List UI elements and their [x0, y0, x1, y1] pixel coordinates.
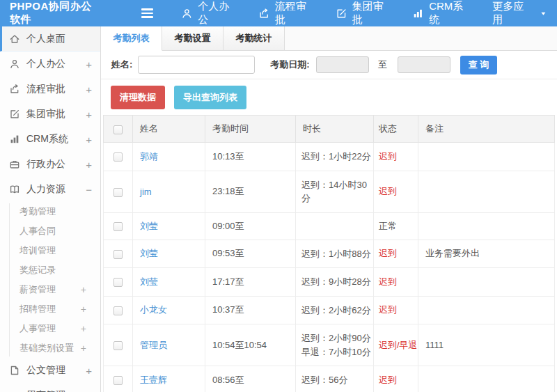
duration: 迟到：1小时88分 — [296, 240, 374, 268]
attendance-time: 23:18至 — [205, 171, 296, 212]
expand-plus-icon[interactable]: + — [86, 134, 92, 146]
sidebar-item-personal-office[interactable]: 个人办公 + — [0, 52, 100, 77]
sidebar-item-document-mgmt[interactable]: 公文管理 + — [0, 358, 100, 383]
note: 业务需要外出 — [418, 240, 555, 268]
attendance-time: 09:00至 — [205, 212, 296, 240]
employee-name-link[interactable]: 刘莹 — [140, 276, 158, 287]
sidebar-item-crm-system[interactable]: CRM系统 + — [0, 127, 100, 152]
sidebar-item-group-approval[interactable]: 集团审批 + — [0, 102, 100, 127]
status-badge: 迟到/早退 — [379, 340, 418, 350]
attendance-time: 10:54至10:54 — [205, 324, 296, 366]
status-badge: 迟到 — [379, 186, 397, 196]
main-content: 考勤列表 考勤设置 考勤统计 姓名: 考勤日期: 至 查 询 清理数据 导出查询… — [101, 26, 557, 392]
employee-name-link[interactable]: 管理员 — [140, 340, 167, 350]
submenu-item-reward-punishment[interactable]: 奖惩记录 — [0, 260, 100, 280]
collapse-minus-icon[interactable]: − — [86, 184, 92, 196]
submenu-item-recruit-mgmt[interactable]: 招聘管理 + — [0, 299, 100, 319]
employee-name-link[interactable]: 郭靖 — [140, 151, 158, 162]
sidebar-item-personal-desktop[interactable]: 个人桌面 — [0, 26, 100, 52]
expand-plus-icon[interactable]: + — [81, 343, 86, 354]
select-all-checkbox[interactable] — [113, 125, 123, 134]
row-checkbox[interactable] — [113, 152, 123, 162]
row-checkbox[interactable] — [113, 250, 123, 259]
search-button[interactable]: 查 询 — [460, 56, 498, 75]
tab-attendance-settings[interactable]: 考勤设置 — [162, 26, 223, 50]
submenu-item-attendance-mgmt[interactable]: 考勤管理 — [0, 202, 100, 221]
chart-icon — [9, 134, 20, 145]
sidebar-item-vehicle-mgmt[interactable]: 用车管理 + — [0, 383, 100, 392]
duration: 迟到：1小时22分 — [296, 143, 374, 171]
col-header-note: 备注 — [418, 116, 555, 143]
col-header-time: 考勤时间 — [205, 116, 296, 143]
expand-plus-icon[interactable]: + — [86, 390, 92, 392]
table-row: 管理员 10:54至10:54 迟到：2小时90分 早退：7小时10分 迟到/早… — [104, 324, 555, 366]
duration — [296, 212, 374, 240]
tab-attendance-list[interactable]: 考勤列表 — [101, 26, 162, 51]
table-row: 刘莹 17:17至 迟到：9小时28分 迟到 — [104, 268, 555, 297]
expand-plus-icon[interactable]: + — [86, 159, 92, 171]
table-row: jim 23:18至 迟到：14小时30分 迟到 — [104, 171, 555, 212]
topnav-group-approval[interactable]: 集团审批 — [326, 0, 403, 26]
expand-plus-icon[interactable]: + — [86, 84, 92, 95]
sidebar-item-admin-office[interactable]: 行政办公 + — [0, 152, 100, 177]
topnav-crm-system[interactable]: CRM系统 — [402, 0, 483, 26]
chart-icon — [412, 8, 424, 19]
sidebar-item-workflow-approval[interactable]: 流程审批 + — [0, 77, 100, 102]
duration: 迟到：14小时30分 — [296, 171, 374, 212]
expand-plus-icon[interactable]: + — [86, 365, 92, 377]
submenu-item-base-category-settings[interactable]: 基础类别设置 + — [0, 338, 100, 358]
row-checkbox[interactable] — [113, 188, 123, 197]
attendance-time: 09:53至 — [205, 240, 296, 268]
attendance-time: 08:56至 — [205, 366, 296, 392]
date-to-input[interactable] — [398, 56, 450, 73]
hamburger-menu-icon[interactable] — [141, 8, 153, 18]
topnav-personal-office[interactable]: 个人办公 — [171, 0, 249, 26]
note — [418, 212, 555, 240]
table-row: 刘莹 09:53至 迟到：1小时88分 迟到 业务需要外出 — [104, 240, 555, 268]
duration: 迟到：9小时28分 — [296, 268, 374, 297]
expand-plus-icon[interactable]: + — [81, 304, 86, 315]
date-from-input[interactable] — [316, 56, 369, 73]
status-badge: 迟到 — [379, 276, 397, 287]
employee-name-link[interactable]: jim — [140, 187, 152, 197]
clean-data-button[interactable]: 清理数据 — [111, 86, 165, 109]
expand-plus-icon[interactable]: + — [81, 323, 86, 334]
expand-plus-icon[interactable]: + — [86, 109, 92, 120]
row-checkbox[interactable] — [113, 278, 123, 287]
expand-plus-icon[interactable]: + — [86, 58, 92, 70]
submenu-item-personnel-mgmt[interactable]: 人事管理 + — [0, 319, 100, 338]
sidebar-item-human-resources[interactable]: 人力资源 − — [0, 177, 100, 202]
workflow-icon — [258, 8, 270, 19]
submenu-item-personnel-contract[interactable]: 人事合同 — [0, 221, 100, 241]
home-icon — [9, 33, 20, 45]
table-header-row: 姓名 考勤时间 时长 状态 备注 — [104, 116, 555, 143]
top-nav: 个人办公 流程审批 集团审批 CRM系统 更多应用 — [171, 0, 557, 26]
attendance-time: 17:17至 — [205, 268, 296, 297]
row-checkbox[interactable] — [113, 341, 123, 350]
user-icon — [181, 8, 193, 19]
employee-name-link[interactable]: 王壹辉 — [140, 375, 167, 385]
employee-name-link[interactable]: 刘莹 — [140, 248, 158, 258]
filter-bar: 姓名: 考勤日期: 至 查 询 — [101, 51, 557, 79]
row-checkbox[interactable] — [113, 222, 123, 231]
name-label: 姓名: — [111, 58, 132, 71]
status-badge: 迟到 — [379, 304, 397, 315]
tab-bar: 考勤列表 考勤设置 考勤统计 — [101, 26, 557, 51]
duration: 迟到：2小时90分 早退：7小时10分 — [296, 324, 374, 366]
row-checkbox[interactable] — [113, 306, 123, 315]
caret-down-icon — [540, 10, 547, 17]
expand-plus-icon[interactable]: + — [81, 284, 86, 295]
name-input[interactable] — [138, 56, 255, 74]
topnav-workflow-approval[interactable]: 流程审批 — [249, 0, 326, 26]
submenu-item-training-mgmt[interactable]: 培训管理 — [0, 241, 100, 260]
export-list-button[interactable]: 导出查询列表 — [174, 86, 246, 109]
note — [418, 366, 555, 392]
employee-name-link[interactable]: 小龙女 — [140, 304, 167, 315]
note — [418, 171, 555, 212]
toolbar: 清理数据 导出查询列表 — [101, 79, 557, 115]
tab-attendance-stats[interactable]: 考勤统计 — [223, 26, 285, 50]
topnav-more-apps[interactable]: 更多应用 — [483, 0, 557, 26]
row-checkbox[interactable] — [113, 376, 123, 385]
submenu-item-salary-mgmt[interactable]: 薪资管理 + — [0, 280, 100, 299]
employee-name-link[interactable]: 刘莹 — [140, 221, 158, 231]
